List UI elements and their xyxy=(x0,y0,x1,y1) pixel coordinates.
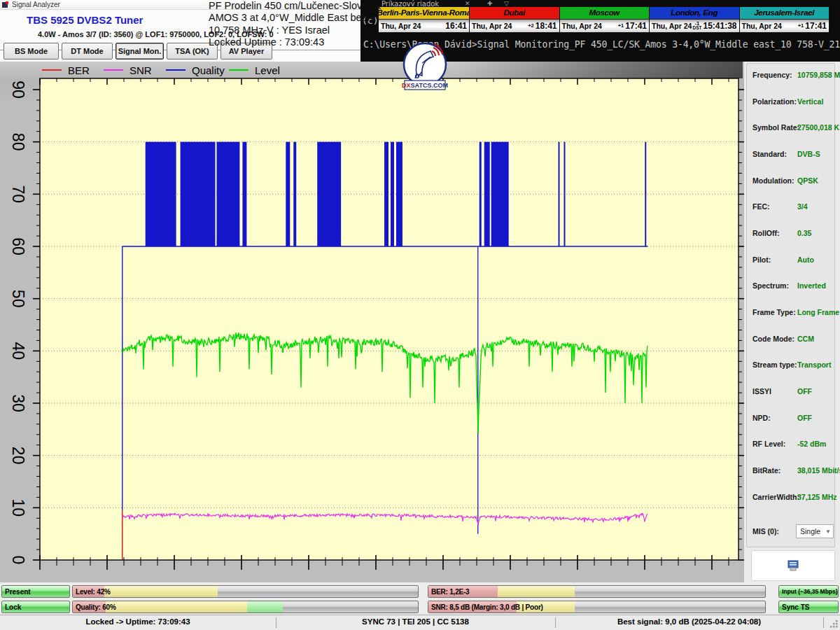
app-icon xyxy=(2,1,9,8)
param-label: Stream type: xyxy=(752,360,797,369)
svg-text:70: 70 xyxy=(9,186,27,204)
param-value: OFF xyxy=(797,414,812,422)
tab-dt-mode[interactable]: DT Mode xyxy=(62,43,113,59)
legend-item-level: Level xyxy=(229,64,280,76)
param-value: OFF xyxy=(797,387,812,396)
param-value: 10759,858 MHz xyxy=(797,71,840,79)
clock-city-label: Moscow xyxy=(560,7,650,20)
transponder-parameters-panel: Frequency:10759,858 MHz Polarization:Ver… xyxy=(744,62,840,582)
input-bitrate-indicator: Input (~36,35 Mbps) xyxy=(778,585,839,598)
param-value: Inverted xyxy=(797,281,826,290)
param-value: DVB-S xyxy=(797,150,820,158)
tuner-name: TBS 5925 DVBS2 Tuner xyxy=(27,14,143,26)
resize-grip[interactable] xyxy=(830,620,839,629)
param-label: BitRate: xyxy=(752,466,780,475)
param-label: ISSYI xyxy=(752,387,771,396)
legend-item-quality: Quality xyxy=(166,64,225,76)
quality-meter: Quality: 60% xyxy=(72,601,419,613)
param-value: 3/4 xyxy=(797,202,808,211)
param-label: FEC: xyxy=(752,202,770,211)
clock-date: Thu, Apr 24 xyxy=(381,22,421,30)
note-line-2: AMOS 3 at 4,0°W_Middle East beam xyxy=(209,12,361,24)
save-button[interactable] xyxy=(751,550,835,581)
param-value: Transport xyxy=(797,360,831,369)
clock-london: London, Eng Thu, Apr 24 -1DST 15:41:38 xyxy=(650,7,739,32)
note-line-4: Locked Uptime : 73:09:43 xyxy=(209,36,361,48)
level-line-swatch xyxy=(229,69,248,71)
clock-time: 16:41 xyxy=(445,21,467,31)
param-value: Vertical xyxy=(797,97,823,106)
status-sync-counters: SYNC 73 | TEI 205 | CC 5138 xyxy=(276,617,555,626)
svg-text:80: 80 xyxy=(9,133,27,151)
snr-line-swatch xyxy=(104,69,123,71)
param-value: Long Frame xyxy=(797,308,839,316)
clock-berlin: Berlin-Paris-Vienna-Roma Thu, Apr 24 16:… xyxy=(379,7,469,32)
param-label: CarrierWidth: xyxy=(752,493,799,501)
param-label: Spectrum: xyxy=(752,281,789,290)
svg-text:30: 30 xyxy=(9,394,27,412)
clock-city-label: Berlin-Paris-Vienna-Roma xyxy=(379,7,469,20)
param-label: NPD: xyxy=(752,414,771,422)
clock-dubai: Dubai Thu, Apr 24 +2 18:41 xyxy=(470,7,559,32)
param-label: Frame Type: xyxy=(752,308,796,316)
svg-text:90: 90 xyxy=(9,80,27,99)
mis-select[interactable]: Single ▼ xyxy=(796,524,834,538)
param-value: 0.35 xyxy=(797,229,811,237)
svg-text:40: 40 xyxy=(9,342,27,360)
signal-chart: 9080706050403020100 xyxy=(0,62,755,582)
dxsatcs-logo: DXSATCS.COM xyxy=(401,42,449,94)
param-value: CCM xyxy=(797,335,814,343)
param-label: RF Level: xyxy=(752,440,785,448)
present-indicator: Present xyxy=(1,585,70,598)
svg-text:50: 50 xyxy=(9,290,27,308)
lock-indicator: Lock xyxy=(1,601,70,613)
clock-jerusalem: Jerusalem-Israel Thu, Apr 24 +1 17:41 xyxy=(740,7,830,32)
status-uptime: Locked -> Uptime: 73:09:43 xyxy=(0,617,276,626)
clock-city-label: Dubai xyxy=(470,7,559,20)
clock-date: Thu, Apr 24 xyxy=(562,22,602,30)
param-label: RollOff: xyxy=(752,229,780,237)
svg-text:60: 60 xyxy=(9,237,27,255)
clock-time: 18:41 xyxy=(536,21,557,31)
clock-moscow: Moscow Thu, Apr 24 +1 17:41 xyxy=(560,7,650,32)
clock-city-label: London, Eng xyxy=(650,7,739,20)
chevron-down-icon: ▼ xyxy=(825,528,831,535)
ber-line-swatch xyxy=(42,69,62,71)
svg-text:10: 10 xyxy=(9,499,27,517)
note-line-3: 10 758 MHz-V : YES Israel xyxy=(209,24,361,36)
param-value: 37,125 MHz xyxy=(797,493,837,501)
param-value: Auto xyxy=(797,255,814,264)
tab-signal-mon[interactable]: Signal Mon. xyxy=(115,43,164,59)
param-label: Pilot: xyxy=(752,255,771,264)
svg-text:20: 20 xyxy=(9,447,27,465)
param-value: 27500,018 KS/s xyxy=(797,123,840,132)
param-label: Frequency: xyxy=(752,71,792,79)
svg-text:0: 0 xyxy=(9,556,27,565)
world-clock-widget[interactable]: Berlin-Paris-Vienna-Roma Thu, Apr 24 16:… xyxy=(378,6,830,33)
quality-line-swatch xyxy=(166,69,186,71)
legend-item-snr: SNR xyxy=(104,64,152,76)
snr-meter: SNR: 8,5 dB (Margin: 3,0 dB | Poor) xyxy=(428,601,766,613)
annotation-notes: PF Prodelin 450 cm/Lučenec-Slovakia AMOS… xyxy=(209,0,361,49)
param-label: Modulation: xyxy=(752,176,794,185)
tab-bs-mode[interactable]: BS Mode xyxy=(4,43,59,59)
clock-time: 15:41:38 xyxy=(703,21,736,31)
legend-item-ber: BER xyxy=(42,64,90,76)
signal-monitor-chart-panel: 9080706050403020100 BER SNR Quality Leve… xyxy=(0,62,755,582)
param-label: Symbol Rate: xyxy=(752,123,799,132)
clock-time: 17:41 xyxy=(805,21,827,31)
status-best-signal: Best signal: 9,0 dB (2025-04-22 04:08) xyxy=(555,617,823,626)
param-label: Standard: xyxy=(752,150,787,158)
svg-text:DXSATCS.COM: DXSATCS.COM xyxy=(402,82,448,89)
window-title: Signal Analyzer xyxy=(12,1,60,8)
clock-date: Thu, Apr 24 xyxy=(472,22,512,30)
clock-city-label: Jerusalem-Israel xyxy=(740,7,830,20)
level-meter: Level: 42% xyxy=(72,585,419,598)
param-value: 38,015 Mbit/s xyxy=(797,466,840,475)
save-icon xyxy=(787,560,799,571)
ber-meter: BER: 1,2E-3 xyxy=(428,585,766,598)
sync-ts-indicator: Sync TS xyxy=(778,601,839,613)
status-bar: Locked -> Uptime: 73:09:43 SYNC 73 | TEI… xyxy=(0,615,840,630)
note-line-1: PF Prodelin 450 cm/Lučenec-Slovakia xyxy=(209,0,361,12)
clock-date: Thu, Apr 24 xyxy=(652,22,692,30)
